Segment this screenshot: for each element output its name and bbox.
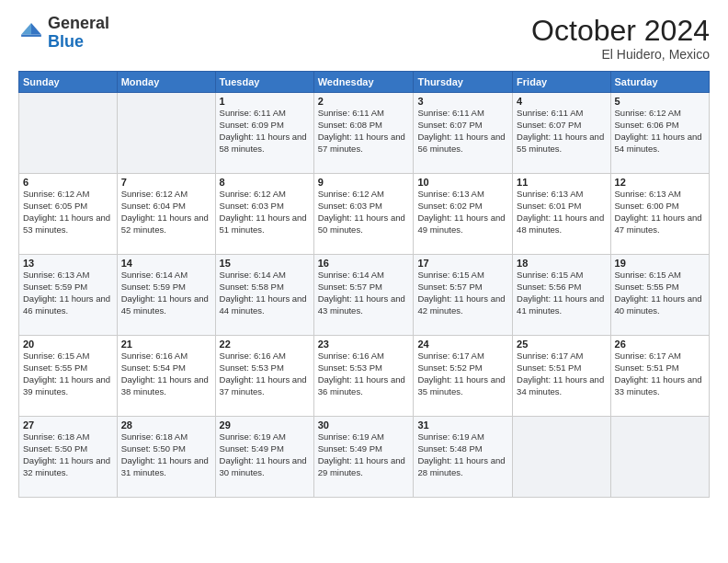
day-cell: 19Sunrise: 6:15 AMSunset: 5:55 PMDayligh… — [610, 255, 709, 336]
week-row-2: 6Sunrise: 6:12 AMSunset: 6:05 PMDaylight… — [19, 174, 710, 255]
day-cell: 9Sunrise: 6:12 AMSunset: 6:03 PMDaylight… — [313, 174, 414, 255]
col-header-sunday: Sunday — [19, 72, 118, 93]
day-info: Sunrise: 6:18 AMSunset: 5:50 PMDaylight:… — [121, 431, 211, 478]
day-cell — [610, 417, 709, 498]
day-info: Sunrise: 6:12 AMSunset: 6:06 PMDaylight:… — [615, 108, 705, 155]
day-info: Sunrise: 6:14 AMSunset: 5:58 PMDaylight:… — [220, 270, 310, 316]
day-info: Sunrise: 6:15 AMSunset: 5:56 PMDaylight:… — [517, 270, 606, 316]
day-info: Sunrise: 6:19 AMSunset: 5:49 PMDaylight:… — [220, 431, 310, 478]
day-info: Sunrise: 6:12 AMSunset: 6:05 PMDaylight:… — [23, 189, 113, 236]
day-cell: 15Sunrise: 6:14 AMSunset: 5:58 PMDayligh… — [215, 255, 313, 336]
day-info: Sunrise: 6:15 AMSunset: 5:57 PMDaylight:… — [417, 270, 508, 316]
day-info: Sunrise: 6:15 AMSunset: 5:55 PMDaylight:… — [615, 270, 705, 316]
day-cell: 25Sunrise: 6:17 AMSunset: 5:51 PMDayligh… — [513, 336, 610, 417]
col-header-saturday: Saturday — [610, 72, 709, 93]
day-cell: 27Sunrise: 6:18 AMSunset: 5:50 PMDayligh… — [19, 417, 118, 498]
day-cell: 5Sunrise: 6:12 AMSunset: 6:06 PMDaylight… — [610, 93, 709, 174]
day-info: Sunrise: 6:18 AMSunset: 5:50 PMDaylight:… — [23, 431, 113, 478]
day-number: 26 — [615, 339, 705, 350]
day-info: Sunrise: 6:12 AMSunset: 6:04 PMDaylight:… — [121, 189, 211, 236]
week-row-5: 27Sunrise: 6:18 AMSunset: 5:50 PMDayligh… — [19, 417, 710, 498]
day-cell: 6Sunrise: 6:12 AMSunset: 6:05 PMDaylight… — [19, 174, 118, 255]
day-number: 3 — [417, 96, 508, 107]
day-info: Sunrise: 6:12 AMSunset: 6:03 PMDaylight:… — [318, 189, 410, 236]
day-info: Sunrise: 6:16 AMSunset: 5:53 PMDaylight:… — [220, 350, 310, 397]
day-number: 28 — [121, 419, 211, 431]
day-cell: 4Sunrise: 6:11 AMSunset: 6:07 PMDaylight… — [513, 93, 610, 174]
day-cell: 13Sunrise: 6:13 AMSunset: 5:59 PMDayligh… — [19, 255, 118, 336]
location-subtitle: El Huidero, Mexico — [531, 47, 710, 62]
day-info: Sunrise: 6:13 AMSunset: 6:02 PMDaylight:… — [417, 189, 508, 236]
day-info: Sunrise: 6:13 AMSunset: 6:01 PMDaylight:… — [517, 189, 606, 236]
day-number: 27 — [23, 419, 113, 431]
day-cell: 22Sunrise: 6:16 AMSunset: 5:53 PMDayligh… — [215, 336, 313, 417]
day-number: 12 — [615, 177, 705, 188]
day-number: 23 — [318, 339, 410, 350]
day-number: 30 — [318, 419, 410, 431]
day-cell: 1Sunrise: 6:11 AMSunset: 6:09 PMDaylight… — [215, 93, 313, 174]
day-info: Sunrise: 6:14 AMSunset: 5:59 PMDaylight:… — [121, 270, 211, 316]
logo: General Blue — [18, 15, 109, 52]
svg-marker-1 — [21, 23, 31, 34]
day-info: Sunrise: 6:12 AMSunset: 6:03 PMDaylight:… — [220, 189, 310, 236]
day-info: Sunrise: 6:11 AMSunset: 6:07 PMDaylight:… — [517, 108, 606, 155]
day-cell: 21Sunrise: 6:16 AMSunset: 5:54 PMDayligh… — [117, 336, 215, 417]
day-info: Sunrise: 6:19 AMSunset: 5:48 PMDaylight:… — [417, 431, 508, 478]
col-header-thursday: Thursday — [414, 72, 513, 93]
day-number: 5 — [615, 96, 705, 107]
day-number: 9 — [318, 177, 410, 188]
day-cell: 12Sunrise: 6:13 AMSunset: 6:00 PMDayligh… — [610, 174, 709, 255]
day-number: 10 — [417, 177, 508, 188]
calendar-table: SundayMondayTuesdayWednesdayThursdayFrid… — [18, 71, 710, 498]
day-info: Sunrise: 6:11 AMSunset: 6:08 PMDaylight:… — [318, 108, 410, 155]
day-number: 29 — [220, 419, 310, 431]
day-info: Sunrise: 6:15 AMSunset: 5:55 PMDaylight:… — [23, 350, 113, 397]
day-cell: 17Sunrise: 6:15 AMSunset: 5:57 PMDayligh… — [414, 255, 513, 336]
day-info: Sunrise: 6:14 AMSunset: 5:57 PMDaylight:… — [318, 270, 410, 316]
day-info: Sunrise: 6:11 AMSunset: 6:09 PMDaylight:… — [220, 108, 310, 155]
day-cell: 10Sunrise: 6:13 AMSunset: 6:02 PMDayligh… — [414, 174, 513, 255]
svg-marker-0 — [31, 23, 41, 34]
day-cell — [513, 417, 610, 498]
day-info: Sunrise: 6:17 AMSunset: 5:51 PMDaylight:… — [517, 350, 606, 397]
month-title: October 2024 — [531, 15, 710, 47]
day-cell: 8Sunrise: 6:12 AMSunset: 6:03 PMDaylight… — [215, 174, 313, 255]
day-cell: 16Sunrise: 6:14 AMSunset: 5:57 PMDayligh… — [313, 255, 414, 336]
page: General Blue October 2024 El Huidero, Me… — [0, 0, 728, 563]
day-cell: 28Sunrise: 6:18 AMSunset: 5:50 PMDayligh… — [117, 417, 215, 498]
day-number: 18 — [517, 258, 606, 269]
day-cell: 2Sunrise: 6:11 AMSunset: 6:08 PMDaylight… — [313, 93, 414, 174]
day-info: Sunrise: 6:11 AMSunset: 6:07 PMDaylight:… — [417, 108, 508, 155]
logo-text: General Blue — [48, 15, 109, 52]
title-block: October 2024 El Huidero, Mexico — [531, 15, 710, 62]
day-number: 1 — [220, 96, 310, 107]
logo-blue: Blue — [48, 32, 84, 51]
day-number: 14 — [121, 258, 211, 269]
day-cell: 18Sunrise: 6:15 AMSunset: 5:56 PMDayligh… — [513, 255, 610, 336]
day-number: 7 — [121, 177, 211, 188]
day-cell: 23Sunrise: 6:16 AMSunset: 5:53 PMDayligh… — [313, 336, 414, 417]
day-info: Sunrise: 6:19 AMSunset: 5:49 PMDaylight:… — [318, 431, 410, 478]
day-info: Sunrise: 6:13 AMSunset: 6:00 PMDaylight:… — [615, 189, 705, 236]
week-row-4: 20Sunrise: 6:15 AMSunset: 5:55 PMDayligh… — [19, 336, 710, 417]
day-info: Sunrise: 6:16 AMSunset: 5:54 PMDaylight:… — [121, 350, 211, 397]
col-header-tuesday: Tuesday — [215, 72, 313, 93]
day-cell: 20Sunrise: 6:15 AMSunset: 5:55 PMDayligh… — [19, 336, 118, 417]
week-row-3: 13Sunrise: 6:13 AMSunset: 5:59 PMDayligh… — [19, 255, 710, 336]
day-cell — [19, 93, 118, 174]
day-number: 8 — [220, 177, 310, 188]
day-number: 21 — [121, 339, 211, 350]
day-number: 31 — [417, 419, 508, 431]
day-info: Sunrise: 6:17 AMSunset: 5:52 PMDaylight:… — [417, 350, 508, 397]
day-number: 6 — [23, 177, 113, 188]
day-number: 19 — [615, 258, 705, 269]
day-number: 25 — [517, 339, 606, 350]
day-info: Sunrise: 6:16 AMSunset: 5:53 PMDaylight:… — [318, 350, 410, 397]
day-cell: 29Sunrise: 6:19 AMSunset: 5:49 PMDayligh… — [215, 417, 313, 498]
day-number: 24 — [417, 339, 508, 350]
day-info: Sunrise: 6:17 AMSunset: 5:51 PMDaylight:… — [615, 350, 705, 397]
col-header-monday: Monday — [117, 72, 215, 93]
col-header-friday: Friday — [513, 72, 610, 93]
day-cell: 30Sunrise: 6:19 AMSunset: 5:49 PMDayligh… — [313, 417, 414, 498]
col-header-wednesday: Wednesday — [313, 72, 414, 93]
